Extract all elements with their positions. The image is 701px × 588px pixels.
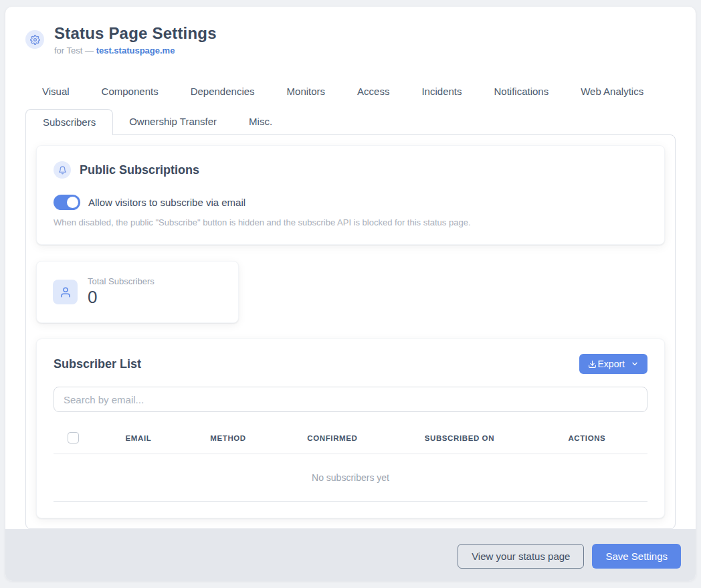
tab-subscribers[interactable]: Subscribers: [25, 109, 113, 135]
search-input[interactable]: [54, 387, 647, 412]
stat-text-block: Total Subscribers 0: [88, 276, 155, 308]
subscriber-list-header: Subscriber List Export: [54, 354, 647, 374]
public-subscriptions-card: Public Subscriptions Allow visitors to s…: [36, 145, 665, 245]
toggle-label: Allow visitors to subscribe via email: [88, 197, 245, 208]
settings-footer: View your status page Save Settings: [5, 529, 696, 581]
subtitle-prefix: for Test —: [54, 45, 96, 56]
allow-subscribe-toggle[interactable]: [54, 195, 80, 210]
subscriber-list-title: Subscriber List: [54, 357, 141, 371]
status-page-link[interactable]: test.statuspage.me: [96, 45, 175, 56]
select-all-checkbox[interactable]: [68, 432, 79, 444]
export-button-label: Export: [598, 359, 625, 369]
column-header-email: Email: [93, 425, 185, 454]
chevron-down-icon: [631, 360, 639, 368]
tab-incidents[interactable]: Incidents: [421, 86, 462, 97]
header-text-block: Status Page Settings for Test — test.sta…: [54, 24, 217, 56]
total-subscribers-value: 0: [88, 287, 155, 308]
select-all-cell: [54, 425, 93, 454]
subscribe-toggle-row: Allow visitors to subscribe via email: [54, 195, 647, 210]
public-subscriptions-title: Public Subscriptions: [80, 163, 199, 177]
tabs-row-1: Visual Components Dependencies Monitors …: [25, 86, 676, 109]
column-header-actions: Actions: [526, 425, 647, 454]
tab-monitors[interactable]: Monitors: [287, 86, 326, 97]
total-subscribers-card: Total Subscribers 0: [36, 261, 239, 323]
column-header-confirmed: Confirmed: [272, 425, 393, 454]
page-header: Status Page Settings for Test — test.sta…: [5, 7, 696, 56]
tab-misc[interactable]: Misc.: [233, 109, 288, 134]
empty-state-text: No subscribers yet: [54, 454, 647, 502]
public-subscriptions-header: Public Subscriptions: [54, 161, 647, 179]
page-title: Status Page Settings: [54, 24, 217, 43]
empty-state-row: No subscribers yet: [54, 454, 647, 502]
view-status-page-button[interactable]: View your status page: [458, 544, 584, 569]
status-page-settings-card: Status Page Settings for Test — test.sta…: [5, 7, 696, 581]
export-button[interactable]: Export: [579, 354, 647, 374]
table-header-row: Email Method Confirmed Subscribed On Act…: [54, 425, 647, 454]
toggle-knob: [67, 197, 78, 208]
column-header-method: Method: [184, 425, 272, 454]
gear-icon: [25, 30, 44, 49]
page-subtitle: for Test — test.statuspage.me: [54, 45, 217, 56]
subscribe-helper-text: When disabled, the public "Subscribe" bu…: [54, 217, 647, 227]
tab-ownership-transfer[interactable]: Ownership Transfer: [113, 109, 233, 134]
tabs-row-2: Subscribers Ownership Transfer Misc.: [25, 109, 676, 134]
total-subscribers-label: Total Subscribers: [88, 276, 155, 286]
bell-icon: [54, 161, 71, 179]
tab-dependencies[interactable]: Dependencies: [191, 86, 255, 97]
tabs-area: Visual Components Dependencies Monitors …: [5, 86, 696, 529]
column-header-subscribed-on: Subscribed On: [393, 425, 526, 454]
tab-components[interactable]: Components: [102, 86, 159, 97]
user-icon: [53, 280, 78, 304]
tab-access[interactable]: Access: [357, 86, 389, 97]
save-settings-button[interactable]: Save Settings: [592, 544, 681, 569]
subscribers-tab-panel: Public Subscriptions Allow visitors to s…: [25, 134, 676, 529]
tab-visual[interactable]: Visual: [42, 86, 70, 97]
subscriber-table: Email Method Confirmed Subscribed On Act…: [54, 425, 647, 502]
tab-notifications[interactable]: Notifications: [494, 86, 549, 97]
download-icon: [588, 360, 597, 369]
subscriber-list-card: Subscriber List Export: [36, 338, 665, 518]
tab-web-analytics[interactable]: Web Analytics: [581, 86, 643, 97]
